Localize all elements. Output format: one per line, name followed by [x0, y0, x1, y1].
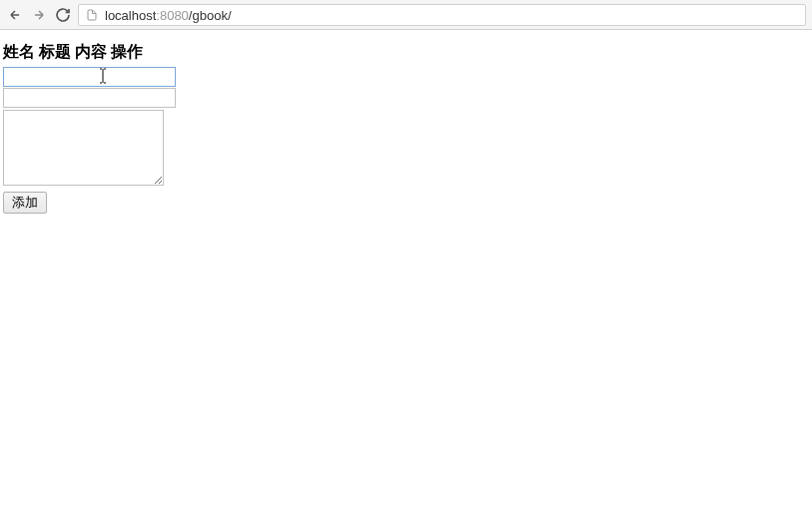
header-title: 标题 [39, 42, 71, 63]
url-path: /gbook/ [189, 8, 232, 23]
header-action: 操作 [111, 42, 143, 63]
header-name: 姓名 [3, 42, 35, 63]
add-button[interactable]: 添加 [3, 192, 47, 214]
back-button[interactable] [6, 6, 24, 24]
reload-button[interactable] [54, 6, 72, 24]
address-bar[interactable]: localhost:8080/gbook/ [78, 4, 806, 26]
url-host: localhost [105, 8, 156, 23]
table-headers: 姓名 标题 内容 操作 [3, 42, 809, 63]
header-content: 内容 [75, 42, 107, 63]
forward-button[interactable] [30, 6, 48, 24]
url-port: :8080 [156, 8, 189, 23]
url-text: localhost:8080/gbook/ [105, 7, 232, 23]
page-icon [85, 8, 99, 22]
content-textarea[interactable] [3, 110, 164, 186]
name-input[interactable] [3, 67, 176, 87]
title-input[interactable] [3, 88, 176, 108]
browser-toolbar: localhost:8080/gbook/ [0, 0, 812, 30]
page-content: 姓名 标题 内容 操作 添加 [0, 30, 812, 217]
